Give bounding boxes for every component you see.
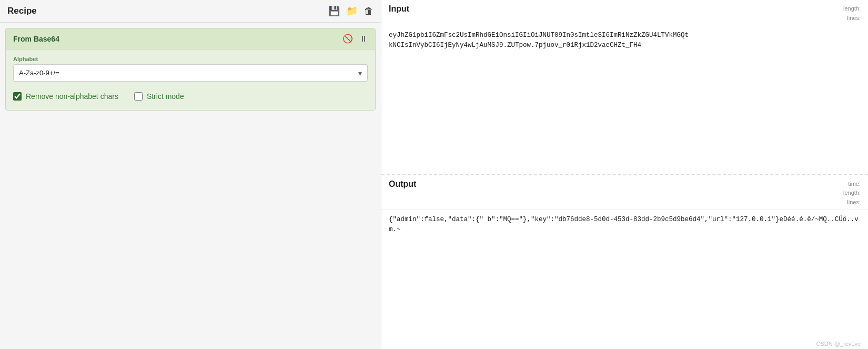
operation-card: From Base64 🚫 ⏸ Alphabet A-Za-z0-9+/= A-… xyxy=(5,28,376,111)
strict-mode-item[interactable]: Strict mode xyxy=(134,92,184,101)
pause-icon[interactable]: ⏸ xyxy=(359,34,368,44)
output-length-label: length: xyxy=(843,188,861,198)
input-length-label: length: xyxy=(843,4,861,14)
strict-mode-checkbox[interactable] xyxy=(134,92,143,101)
strict-mode-label: Strict mode xyxy=(147,92,184,101)
attribution: CSDN @_rev1ve xyxy=(381,338,868,349)
operation-body: Alphabet A-Za-z0-9+/= A-Za-z0-9-_ A-Za-z… xyxy=(6,49,375,110)
alphabet-select-wrapper: A-Za-z0-9+/= A-Za-z0-9-_ A-Za-z0-9+/ ▾ xyxy=(13,64,368,82)
input-title: Input xyxy=(389,4,409,14)
recipe-toolbar: 💾 📁 🗑 xyxy=(328,5,374,17)
output-section: Output time: length: lines: {"admin":fal… xyxy=(381,175,868,350)
right-panel: Input length: lines: eyJhZG1pbiI6ZmFsc2U… xyxy=(381,0,868,349)
input-section: Input length: lines: eyJhZG1pbiI6ZmFsc2U… xyxy=(381,0,868,175)
remove-non-alphabet-checkbox[interactable] xyxy=(13,92,22,101)
left-panel: Recipe 💾 📁 🗑 From Base64 🚫 ⏸ Alphabet A-… xyxy=(0,0,381,349)
save-icon[interactable]: 💾 xyxy=(328,5,340,17)
operation-title: From Base64 xyxy=(13,35,59,43)
input-header: Input length: lines: xyxy=(381,0,868,25)
input-content[interactable]: eyJhZG1pbiI6ZmFsc2UsImRhdGEiOnsiIGIiOiJN… xyxy=(381,25,868,174)
output-header: Output time: length: lines: xyxy=(381,175,868,210)
input-meta: length: lines: xyxy=(843,4,861,23)
trash-icon[interactable]: 🗑 xyxy=(364,6,374,17)
output-title: Output xyxy=(389,180,416,189)
output-time-label: time: xyxy=(843,180,861,189)
recipe-header: Recipe 💾 📁 🗑 xyxy=(0,0,381,23)
output-meta: time: length: lines: xyxy=(843,180,861,207)
recipe-title: Recipe xyxy=(7,6,37,16)
alphabet-label: Alphabet xyxy=(13,56,368,62)
output-lines-label: lines: xyxy=(843,198,861,207)
remove-non-alphabet-label: Remove non-alphabet chars xyxy=(26,92,118,101)
folder-icon[interactable]: 📁 xyxy=(346,5,358,17)
alphabet-select[interactable]: A-Za-z0-9+/= A-Za-z0-9-_ A-Za-z0-9+/ xyxy=(14,65,367,81)
operation-controls: 🚫 ⏸ xyxy=(342,34,368,44)
ban-icon[interactable]: 🚫 xyxy=(342,34,353,44)
output-content[interactable]: {"admin":false,"data":{" b":"MQ=="},"key… xyxy=(381,210,868,338)
input-lines-label: lines: xyxy=(843,14,861,23)
checkboxes-row: Remove non-alphabet chars Strict mode xyxy=(13,89,368,104)
operation-header: From Base64 🚫 ⏸ xyxy=(6,28,375,49)
remove-non-alphabet-item[interactable]: Remove non-alphabet chars xyxy=(13,92,118,101)
